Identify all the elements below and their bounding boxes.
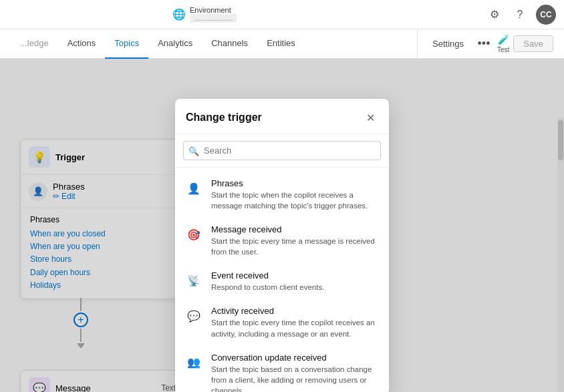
search-input[interactable] — [183, 141, 381, 160]
modal-close-button[interactable]: ✕ — [362, 110, 378, 126]
conversation-update-name: Conversation update received — [211, 353, 380, 363]
activity-received-content: Activity received Start the topic every … — [211, 306, 380, 339]
trigger-item-phrases[interactable]: 👤 Phrases Start the topic when the copil… — [175, 172, 389, 218]
conversation-update-icon: 👥 — [184, 353, 203, 372]
conversation-update-desc: Start the topic based on a conversation … — [211, 364, 380, 392]
modal-overlay: Change trigger ✕ 🔍 👤 Phrases Start the t… — [0, 59, 564, 392]
help-icon-button[interactable]: ? — [511, 5, 529, 24]
canvas: 💡 Trigger ••• 👤 Phrases ✏ Edit — [0, 59, 564, 392]
nav-tabs: ...ledge Actions Topics Analytics Channe… — [0, 29, 564, 59]
more-options-button[interactable]: ••• — [474, 35, 493, 53]
environment-icon: 🌐 — [172, 8, 186, 21]
tab-analytics[interactable]: Analytics — [148, 29, 202, 59]
tab-channels[interactable]: Channels — [202, 29, 257, 59]
activity-received-desc: Start the topic every time the copilot r… — [211, 317, 380, 339]
message-received-icon: 🎯 — [184, 225, 203, 244]
trigger-list: 👤 Phrases Start the topic when the copil… — [175, 168, 389, 392]
trigger-item-message-received[interactable]: 🎯 Message received Start the topic every… — [175, 218, 389, 264]
settings-icon-button[interactable]: ⚙ — [485, 5, 504, 24]
change-trigger-modal: Change trigger ✕ 🔍 👤 Phrases Start the t… — [175, 99, 389, 392]
tab-entities[interactable]: Entities — [257, 29, 305, 59]
test-icon: 🧪 — [498, 34, 509, 45]
message-received-name: Message received — [211, 224, 380, 234]
message-received-desc: Start the topic every time a message is … — [211, 236, 380, 257]
modal-search-area: 🔍 — [175, 134, 389, 168]
event-received-name: Event received — [211, 270, 380, 280]
environment-section: 🌐 Environment ..................... — [172, 6, 237, 23]
environment-label: Environment — [190, 6, 237, 14]
top-bar: 🌐 Environment ..................... ⚙ ? … — [0, 0, 564, 29]
event-received-content: Event received Respond to custom client … — [211, 270, 380, 292]
environment-value: ..................... — [190, 14, 237, 23]
event-received-desc: Respond to custom client events. — [211, 282, 380, 292]
tab-topics[interactable]: Topics — [105, 29, 148, 59]
phrases-trigger-icon: 👤 — [184, 179, 203, 198]
save-button[interactable]: Save — [513, 35, 553, 52]
phrases-trigger-content: Phrases Start the topic when the copilot… — [211, 178, 380, 211]
tab-knowledge[interactable]: ...ledge — [11, 29, 58, 59]
trigger-item-activity-received[interactable]: 💬 Activity received Start the topic ever… — [175, 299, 389, 345]
avatar[interactable]: CC — [536, 5, 556, 25]
conversation-update-content: Conversation update received Start the t… — [211, 353, 380, 392]
phrases-trigger-name: Phrases — [211, 178, 380, 188]
activity-received-name: Activity received — [211, 306, 380, 316]
activity-received-icon: 💬 — [184, 307, 203, 325]
phrases-trigger-desc: Start the topic when the copilot receive… — [211, 190, 380, 211]
message-received-content: Message received Start the topic every t… — [211, 224, 380, 257]
search-icon: 🔍 — [188, 146, 199, 156]
tab-actions[interactable]: Actions — [58, 29, 106, 59]
trigger-item-conversation-update[interactable]: 👥 Conversation update received Start the… — [175, 346, 389, 392]
environment-info: Environment ..................... — [190, 6, 237, 23]
test-section: 🧪 Test — [497, 34, 509, 53]
event-received-icon: 📡 — [184, 271, 203, 290]
modal-title: Change trigger — [186, 112, 262, 124]
trigger-item-event-received[interactable]: 📡 Event received Respond to custom clien… — [175, 264, 389, 299]
modal-header: Change trigger ✕ — [175, 99, 389, 134]
settings-button[interactable]: Settings — [426, 36, 470, 51]
test-label: Test — [497, 46, 509, 53]
